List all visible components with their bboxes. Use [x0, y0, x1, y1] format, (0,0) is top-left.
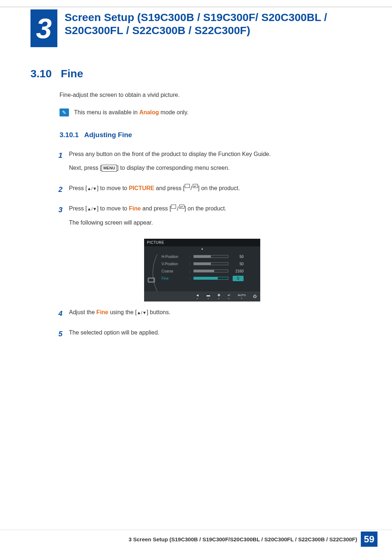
i: AUTO [238, 294, 246, 297]
osd-label: V-Position [162, 261, 187, 267]
osd-slider [193, 255, 228, 258]
osd-value: 50 [230, 261, 244, 267]
enter-source-icon: / [185, 184, 198, 193]
up-down-icon: ▲/▼ [87, 206, 97, 212]
osd-auto-icon: AUTO▾ [238, 294, 246, 299]
note-icon: ✎ [60, 108, 69, 116]
t: and press [ [154, 185, 185, 191]
footer-text: 3 Screen Setup (S19C300B / S19C300F/S20C… [128, 536, 357, 542]
t: and press [ [141, 205, 171, 212]
section-heading: 3.10 Fine [30, 67, 83, 80]
step-number: 3 [56, 204, 62, 232]
osd-row-fine: Fine : 0 [162, 275, 257, 282]
t: ] to move to [97, 185, 129, 191]
osd-slider [193, 262, 228, 265]
step3-line2: The following screen will appear. [69, 218, 348, 227]
note-text: This menu is available in Analog mode on… [74, 108, 188, 117]
note-after: mode only. [159, 109, 189, 115]
step-5: 5 The selected option will be applied. [56, 328, 348, 342]
osd-minus-icon: ▬▾ [207, 294, 210, 300]
i: ✚ [217, 294, 220, 297]
note-before: This menu is available in [74, 109, 139, 115]
step-number: 1 [56, 150, 62, 177]
t: ] on the product. [184, 205, 226, 212]
osd-back-icon: ◄▾ [196, 294, 199, 300]
menu-button-icon: MENU [102, 165, 117, 172]
step-number: 2 [56, 184, 62, 198]
t: ] to move to [97, 205, 129, 212]
step-text: The selected option will be applied. [69, 328, 348, 342]
osd-slider [193, 270, 228, 272]
t: Press [ [69, 205, 87, 212]
osd-row-coarse: Coarse : 2160 [162, 267, 257, 275]
i: ▬ [207, 294, 210, 297]
step-text: Press [▲/▼] to move to Fine and press [/… [69, 204, 348, 232]
osd-label: H-Position [162, 254, 187, 259]
t: Press [ [69, 185, 87, 191]
fine-keyword: Fine [97, 309, 109, 315]
chapter-number-box: 3 [30, 9, 57, 47]
step3-line1: Press [▲/▼] to move to Fine and press [/… [69, 204, 348, 213]
i: ⏻ [253, 295, 257, 298]
osd-title: PICTURE [144, 239, 260, 246]
up-down-icon: ▲/▼ [87, 186, 97, 191]
osd-label: Coarse [162, 268, 187, 274]
colon: : [189, 261, 191, 267]
step1-line2: Next, press [MENU] to display the corres… [69, 164, 348, 172]
colon: : [189, 268, 191, 274]
osd-value: 50 [230, 254, 244, 259]
step-text: Press any button on the front of the pro… [69, 150, 348, 177]
colon: : [189, 254, 191, 259]
colon: : [189, 276, 191, 281]
step2-line: Press [▲/▼] to move to PICTURE and press… [69, 184, 348, 193]
up-down-icon: ▲/▼ [137, 310, 147, 315]
step4-line: Adjust the Fine using the [▲/▼] buttons. [69, 308, 348, 317]
osd-scroll-up-icon: ▲ [144, 246, 260, 251]
step-number: 5 [56, 328, 62, 342]
page-footer: 3 Screen Setup (S19C300B / S19C300F/S20C… [0, 532, 392, 547]
step-2: 2 Press [▲/▼] to move to PICTURE and pre… [56, 184, 348, 198]
footer-rule [0, 530, 392, 530]
osd-screenshot: PICTURE ▲ H-Position : 50 [56, 239, 348, 301]
osd-body: H-Position : 50 V-Position : 50 Co [144, 251, 260, 291]
step-text: Adjust the Fine using the [▲/▼] buttons. [69, 308, 348, 322]
intro-text: Fine-adjust the screen to obtain a vivid… [60, 91, 348, 99]
osd-left-arc [144, 251, 160, 291]
step-3: 3 Press [▲/▼] to move to Fine and press … [56, 204, 348, 232]
section-title: Fine [61, 67, 83, 79]
subsection-number: 3.10.1 [60, 131, 79, 139]
osd-plus-icon: ✚▾ [217, 294, 220, 300]
chapter-number: 3 [36, 12, 52, 45]
body-content: Fine-adjust the screen to obtain a vivid… [60, 91, 348, 349]
osd-slider-active [193, 277, 228, 280]
fine-keyword: Fine [129, 205, 141, 212]
osd-footer: ◄▾ ▬▾ ✚▾ ↵▾ AUTO▾ ⏻ [144, 291, 260, 301]
osd-value-active: 0 [233, 276, 244, 281]
step-number: 4 [56, 308, 62, 322]
subsection-heading: 3.10.1 Adjusting Fine [60, 130, 348, 140]
t: ] to display the corresponding menu scre… [117, 165, 229, 171]
osd-row-hposition: H-Position : 50 [162, 253, 257, 260]
osd-panel: PICTURE ▲ H-Position : 50 [144, 239, 260, 301]
i: ↵ [228, 294, 230, 297]
osd-row-vposition: V-Position : 50 [162, 260, 257, 267]
step5-line: The selected option will be applied. [69, 328, 348, 337]
osd-value: 2160 [230, 268, 244, 274]
t: Next, press [ [69, 165, 102, 171]
chapter-title: Screen Setup (S19C300B / S19C300F/ S20C3… [65, 11, 363, 37]
t: using the [ [109, 309, 137, 315]
osd-enter-icon: ↵▾ [228, 294, 230, 300]
picture-keyword: PICTURE [129, 185, 154, 191]
subsection-title: Adjusting Fine [84, 131, 132, 139]
osd-rows: H-Position : 50 V-Position : 50 Co [160, 251, 260, 291]
t: ] buttons. [147, 309, 171, 315]
step-list: 1 Press any button on the front of the p… [56, 150, 348, 342]
page-number: 59 [361, 532, 377, 547]
note-highlight: Analog [139, 109, 159, 115]
i: ◄ [196, 294, 199, 297]
top-rule [0, 7, 392, 7]
step1-line1: Press any button on the front of the pro… [69, 150, 348, 159]
step-4: 4 Adjust the Fine using the [▲/▼] button… [56, 308, 348, 322]
t: ] on the product. [198, 185, 240, 191]
step-1: 1 Press any button on the front of the p… [56, 150, 348, 177]
